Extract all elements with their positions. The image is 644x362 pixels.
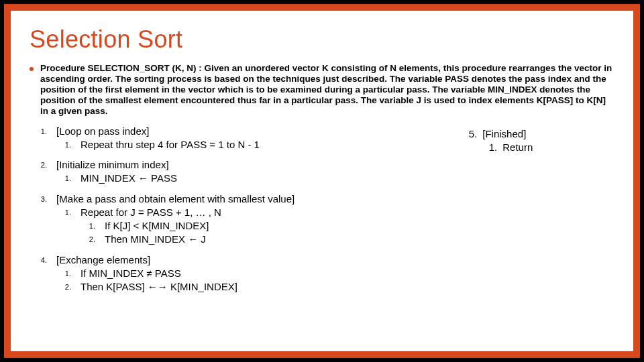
substep-text: MIN_INDEX ← PASS (80, 172, 177, 185)
substep-number: 1. (58, 267, 71, 279)
step-number: 2. (30, 158, 47, 170)
step-number: 5. (462, 127, 477, 141)
subsubstep-text: Then MIN_INDEX ← J (105, 233, 206, 246)
substep-number: 2. (58, 280, 71, 292)
substep-number: 1. (58, 172, 71, 184)
step-title: [Make a pass and obtain element with sma… (56, 192, 294, 206)
step-number: 4. (30, 253, 47, 265)
step-title: [Exchange elements] (56, 253, 150, 267)
slide-border: Selection Sort Procedure SELECTION_SORT … (4, 4, 640, 358)
substep-number: 1. (58, 206, 71, 218)
step-number: 3. (30, 192, 47, 204)
substep-text: Return (502, 141, 533, 154)
bullet-icon (30, 67, 34, 71)
step-3: 3. [Make a pass and obtain element with … (30, 192, 435, 247)
substep-text: If MIN_INDEX ≠ PASS (80, 267, 181, 280)
subsubstep-number: 2. (82, 233, 95, 245)
step-title: [Loop on pass index] (56, 125, 149, 138)
substep-text: Repeat for J = PASS + 1, … , N (80, 206, 221, 219)
step-5: 5. [Finished] (462, 127, 614, 141)
step-title: [Finished] (482, 127, 526, 141)
substep-number: 1. (58, 138, 71, 150)
step-1: 1. [Loop on pass index] 1. Repeat thru s… (30, 125, 435, 152)
right-column: 5. [Finished] 1. Return (462, 125, 614, 301)
substep-text: Repeat thru step 4 for PASS = 1 to N - 1 (80, 138, 260, 152)
content-columns: 1. [Loop on pass index] 1. Repeat thru s… (30, 125, 614, 301)
step-4: 4. [Exchange elements] 1. If MIN_INDEX ≠… (30, 253, 435, 294)
step-number: 1. (30, 125, 47, 137)
subsubstep-number: 1. (82, 219, 95, 231)
substep-number: 1. (482, 141, 497, 154)
intro-row: Procedure SELECTION_SORT (K, N) : Given … (30, 63, 614, 117)
slide-title: Selection Sort (30, 25, 614, 54)
step-2: 2. [Initialize minimum index] 1. MIN_IND… (30, 158, 435, 186)
slide-body: Selection Sort Procedure SELECTION_SORT … (11, 11, 633, 351)
subsubstep-text: If K[J] < K[MIN_INDEX] (105, 219, 209, 233)
substep-text: Then K[PASS] ←→ K[MIN_INDEX] (80, 280, 237, 294)
left-column: 1. [Loop on pass index] 1. Repeat thru s… (30, 125, 435, 301)
step-title: [Initialize minimum index] (56, 158, 169, 172)
intro-paragraph: Procedure SELECTION_SORT (K, N) : Given … (40, 63, 614, 117)
